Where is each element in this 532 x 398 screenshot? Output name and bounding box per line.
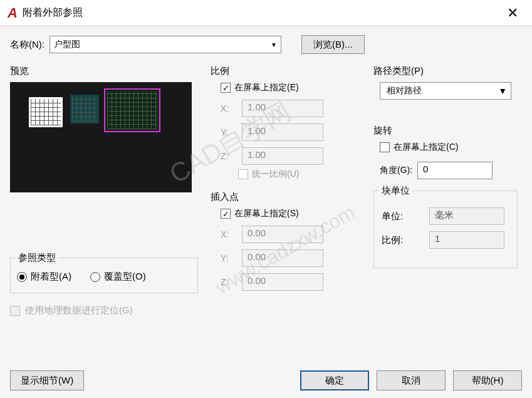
- close-icon[interactable]: ✕: [501, 3, 524, 24]
- block-unit-title: 块单位: [379, 185, 412, 197]
- ref-type-title: 参照类型: [16, 252, 58, 264]
- unit-scale-value: 1: [429, 231, 504, 249]
- scale-title: 比例: [211, 65, 361, 77]
- radio-overlay[interactable]: 覆盖型(O): [90, 271, 146, 283]
- uniform-checkbox: [238, 169, 248, 179]
- rotation-title: 旋转: [373, 125, 518, 137]
- radio-icon: [90, 272, 100, 282]
- cancel-button[interactable]: 取消: [377, 370, 446, 390]
- path-type-select[interactable]: 相对路径 ▼: [380, 82, 511, 100]
- scale-z-input: 1.00: [242, 147, 323, 165]
- ok-button[interactable]: 确定: [300, 370, 369, 390]
- scale-y-input: 1.00: [242, 123, 323, 141]
- thumbnail: [29, 97, 63, 127]
- thumbnail: [104, 88, 160, 132]
- app-icon: A: [8, 5, 18, 21]
- angle-input[interactable]: 0: [417, 162, 493, 179]
- dialog-title: 附着外部参照: [23, 6, 83, 19]
- thumbnail: [70, 95, 99, 123]
- block-unit-group: 块单位 单位: 毫米 比例: 1: [373, 191, 518, 268]
- show-details-button[interactable]: 显示细节(W): [10, 370, 84, 390]
- angle-label: 角度(G):: [380, 165, 412, 176]
- scale-x-input: 1.00: [242, 100, 323, 117]
- geo-checkbox: [10, 306, 20, 316]
- radio-icon: [17, 272, 27, 282]
- preview-area: [10, 82, 192, 192]
- rotation-onscreen-checkbox[interactable]: [380, 142, 390, 152]
- unit-value: 毫米: [429, 207, 504, 225]
- chevron-down-icon: ▼: [498, 86, 507, 96]
- browse-button[interactable]: 浏览(B)...: [301, 35, 365, 54]
- reference-type-group: 参照类型 附着型(A) 覆盖型(O): [10, 258, 198, 293]
- insert-x-input: 0.00: [242, 226, 323, 243]
- name-label: 名称(N):: [10, 39, 44, 51]
- scale-onscreen-checkbox[interactable]: [221, 83, 231, 93]
- geo-label: 使用地理数据进行定位(G): [25, 305, 133, 317]
- name-select[interactable]: 户型图 ▼: [50, 36, 281, 53]
- path-type-title: 路径类型(P): [373, 65, 518, 77]
- insert-z-input: 0.00: [242, 273, 323, 291]
- insert-y-input: 0.00: [242, 249, 323, 267]
- preview-title: 预览: [10, 65, 198, 77]
- name-value: 户型图: [54, 39, 80, 50]
- chevron-down-icon: ▼: [271, 41, 277, 48]
- insertion-onscreen-checkbox[interactable]: [221, 209, 231, 219]
- help-button[interactable]: 帮助(H): [453, 370, 522, 390]
- radio-attach[interactable]: 附着型(A): [17, 271, 71, 283]
- insertion-title: 插入点: [211, 191, 361, 203]
